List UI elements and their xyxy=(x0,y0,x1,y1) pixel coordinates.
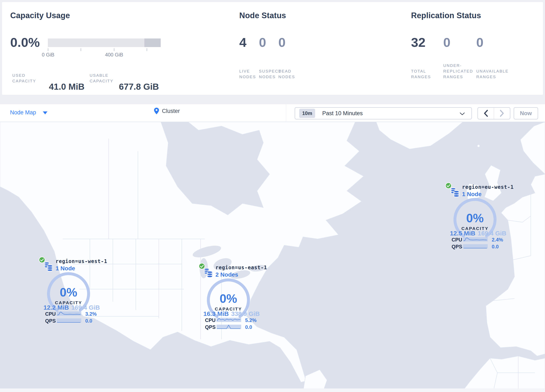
previous-time-window-button[interactable] xyxy=(478,108,494,119)
qps-value: 0.0 xyxy=(492,244,499,250)
cpu-label: CPU xyxy=(205,317,216,323)
region-label: region=us-west-1 xyxy=(56,258,107,264)
used-capacity-value: 41.0 MiB xyxy=(49,82,84,92)
capacity-axis-tick xyxy=(81,48,81,51)
capacity-axis-tick xyxy=(48,48,48,51)
live-nodes-label: LIVENODES xyxy=(239,68,256,80)
chevron-left-icon xyxy=(483,110,488,117)
svg-text:0%: 0% xyxy=(220,292,237,305)
unavailable-ranges-value: 0 xyxy=(476,35,483,50)
dead-nodes-label: DEADNODES xyxy=(278,68,295,80)
region-label: region=us-east-1 xyxy=(216,265,267,271)
used-capacity: 16.3 MiB xyxy=(203,310,229,317)
breadcrumb-label: Cluster xyxy=(162,108,180,114)
cluster-summary-panel: Capacity Usage 0.0% 0 GiB 400 GiB USEDCA… xyxy=(2,2,543,95)
usable-capacity-value: 677.8 GiB xyxy=(119,82,159,92)
qps-label: QPS xyxy=(45,318,56,324)
next-time-window-button[interactable] xyxy=(494,108,510,119)
total-capacity: 169.4 GiB xyxy=(71,304,100,311)
capacity-usage-title: Capacity Usage xyxy=(10,11,70,20)
dead-nodes-value: 0 xyxy=(278,35,285,50)
region-marker-us-west-1[interactable]: region=us-west-1 1 Node 0% CAPACITY 12.2… xyxy=(36,255,106,327)
chevron-down-icon xyxy=(43,112,47,114)
toolbar-divider xyxy=(286,104,286,122)
used-capacity: 12.2 MiB xyxy=(43,304,69,311)
total-capacity: 169.4 GiB xyxy=(478,230,506,237)
cpu-value: 3.2% xyxy=(85,311,97,317)
suspect-nodes-value: 0 xyxy=(259,35,266,50)
map-pin-icon xyxy=(154,108,159,114)
cpu-value: 5.2% xyxy=(245,317,257,323)
used-capacity-label: USEDCAPACITY xyxy=(12,73,36,84)
capacity-bar xyxy=(48,38,161,47)
total-capacity: 338.9 GiB xyxy=(231,310,260,317)
capacity-axis-label-400: 400 GiB xyxy=(105,52,123,58)
svg-text:0%: 0% xyxy=(60,285,77,299)
island xyxy=(477,145,480,147)
region-marker-eu-west-1[interactable]: region=eu-west-1 1 Node 0% CAPACITY 12.5… xyxy=(442,181,512,253)
qps-label: QPS xyxy=(205,324,216,330)
total-ranges-label: TOTALRANGES xyxy=(411,68,431,80)
view-selector-label: Node Map xyxy=(10,109,36,116)
unavailable-ranges-label: UNAVAILABLERANGES xyxy=(476,68,509,80)
time-range-dropdown[interactable]: 10m Past 10 Minutes xyxy=(295,107,472,119)
qps-value: 0.0 xyxy=(245,324,252,330)
capacity-axis-tick xyxy=(114,48,114,51)
svg-text:0%: 0% xyxy=(466,211,484,225)
qps-label: QPS xyxy=(452,244,462,250)
cpu-sparkline xyxy=(217,317,241,323)
region-marker-us-east-1[interactable]: region=us-east-1 2 Nodes 0% CAPACITY 16.… xyxy=(195,261,266,333)
replication-status-title: Replication Status xyxy=(411,11,481,20)
usable-capacity-label: USABLECAPACITY xyxy=(90,73,113,84)
chevron-right-icon xyxy=(500,110,504,117)
time-range-badge: 10m xyxy=(299,109,315,118)
chevron-down-icon xyxy=(459,112,465,116)
map-footer-strip xyxy=(0,388,545,392)
now-button[interactable]: Now xyxy=(514,107,538,119)
suspect-nodes-label: SUSPECTNODES xyxy=(259,68,281,80)
live-nodes-value: 4 xyxy=(239,35,246,50)
capacity-axis-tick xyxy=(147,48,147,51)
node-map-page: Capacity Usage 0.0% 0 GiB 400 GiB USEDCA… xyxy=(0,0,545,392)
cpu-sparkline xyxy=(463,236,488,243)
capacity-bar-reserved-segment xyxy=(144,38,161,47)
map-toolbar: Node Map Cluster 10m Past 10 Minutes xyxy=(0,104,545,122)
time-window-arrows xyxy=(477,107,510,119)
cpu-sparkline xyxy=(57,311,81,317)
cpu-label: CPU xyxy=(452,237,462,243)
region-label: region=eu-west-1 xyxy=(462,184,514,190)
qps-sparkline xyxy=(463,243,488,249)
qps-sparkline xyxy=(217,324,241,330)
capacity-usage-percent: 0.0% xyxy=(10,35,40,50)
used-capacity: 12.5 MiB xyxy=(450,230,475,237)
cpu-label: CPU xyxy=(45,311,56,317)
under-replicated-ranges-value: 0 xyxy=(443,35,450,50)
breadcrumb[interactable]: Cluster xyxy=(154,108,180,114)
qps-sparkline xyxy=(57,317,81,324)
cpu-value: 2.4% xyxy=(492,237,503,243)
time-range-label: Past 10 Minutes xyxy=(322,110,363,117)
qps-value: 0.0 xyxy=(85,318,92,324)
under-replicated-ranges-label: UNDER-REPLICATEDRANGES xyxy=(443,63,473,80)
node-status-title: Node Status xyxy=(239,11,286,20)
total-ranges-value: 32 xyxy=(411,35,426,50)
capacity-axis-label-0: 0 GiB xyxy=(42,52,54,58)
view-selector-dropdown[interactable]: Node Map xyxy=(10,109,47,116)
